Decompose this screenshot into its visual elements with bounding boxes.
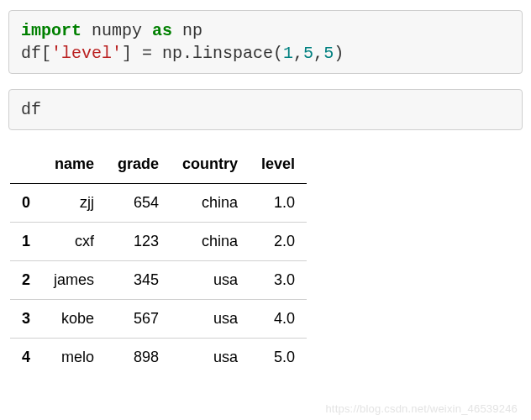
table-row: 1 cxf 123 china 2.0 [10,223,307,261]
cell: melo [42,339,106,377]
cell: 654 [106,184,171,223]
string-literal: 'level' [51,44,122,63]
col-grade: grade [106,145,171,184]
row-index: 4 [10,339,42,377]
cell: china [171,223,250,261]
cell: usa [171,261,250,300]
number-literal: 5 [303,44,313,63]
cell: 1.0 [250,184,307,223]
keyword-as: as [152,21,172,40]
cell: 567 [106,300,171,339]
number-literal: 1 [283,44,293,63]
table-row: 3 kobe 567 usa 4.0 [10,300,307,339]
row-index: 3 [10,300,42,339]
row-index: 0 [10,184,42,223]
cell: 5.0 [250,339,307,377]
number-literal: 5 [323,44,334,63]
row-index: 2 [10,261,42,300]
code-cell-2: df [8,89,523,130]
col-country: country [171,145,250,184]
code-text: df [21,100,41,119]
code-text: , [313,44,323,63]
cell: 3.0 [250,261,307,300]
code-cell-1: import numpy as np df['level'] = np.lins… [8,10,523,74]
table-corner [10,145,42,184]
cell: usa [171,339,250,377]
cell: 898 [106,339,171,377]
cell: 4.0 [250,300,307,339]
code-text: ] = np.linspace( [122,44,283,63]
code-text: df[ [21,44,51,63]
code-text: np [172,21,202,40]
dataframe-table: name grade country level 0 zjj 654 china… [10,145,307,376]
watermark-text: https://blog.csdn.net/weixin_46539246 [325,402,518,415]
table-header-row: name grade country level [10,145,307,184]
cell: cxf [42,223,106,261]
code-text: ) [334,44,344,63]
code-text: , [293,44,303,63]
table-row: 2 james 345 usa 3.0 [10,261,307,300]
col-level: level [250,145,307,184]
dataframe-output: name grade country level 0 zjj 654 china… [10,145,521,376]
cell: 345 [106,261,171,300]
row-index: 1 [10,223,42,261]
table-row: 0 zjj 654 china 1.0 [10,184,307,223]
cell: usa [171,300,250,339]
cell: china [171,184,250,223]
col-name: name [42,145,106,184]
cell: 2.0 [250,223,307,261]
keyword-import: import [21,21,81,40]
cell: zjj [42,184,106,223]
cell: james [42,261,106,300]
code-text: numpy [81,21,152,40]
cell: kobe [42,300,106,339]
cell: 123 [106,223,171,261]
table-row: 4 melo 898 usa 5.0 [10,339,307,377]
